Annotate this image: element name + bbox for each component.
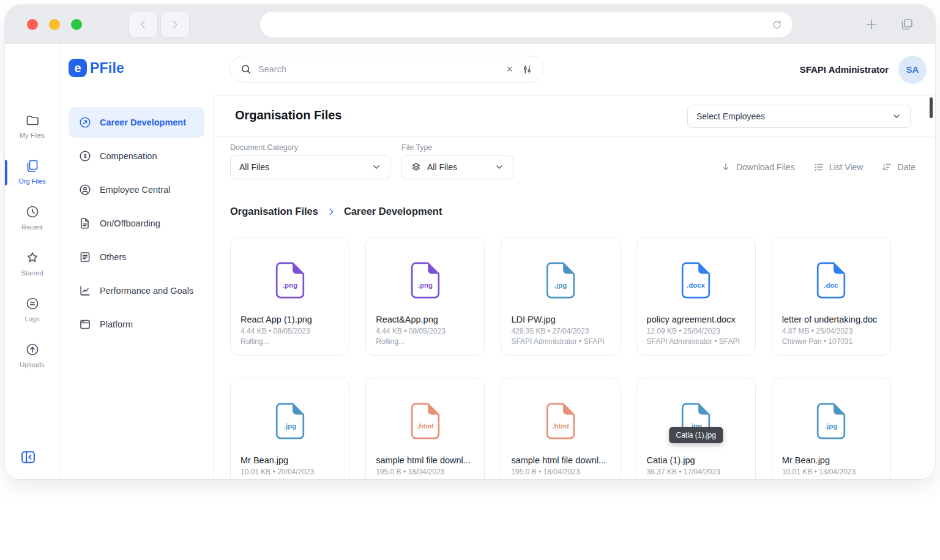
select-employees-value: Select Employees <box>696 111 765 121</box>
file-owner: Chinwe Pan • 107031 <box>782 337 881 346</box>
file-name: letter of undertaking.doc <box>782 315 881 324</box>
address-bar[interactable] <box>260 12 793 37</box>
chart-icon <box>78 284 92 297</box>
sidebar-item-career-development[interactable]: Career Development <box>69 107 204 138</box>
new-tab-icon[interactable] <box>864 17 879 32</box>
svg-text:.jpg: .jpg <box>283 422 296 430</box>
list-view-label: List View <box>829 162 864 172</box>
svg-text:$: $ <box>83 153 86 159</box>
file-card[interactable]: .jpg LDI PW.jpg 429.35 KB • 27/04/2023 S… <box>501 237 620 356</box>
logo-text: PFile <box>90 60 124 77</box>
breadcrumb-root[interactable]: Organisation Files <box>230 206 318 217</box>
file-meta: 10.01 KB • 13/04/2023 <box>782 468 881 476</box>
file-meta: 4.44 KB • 08/05/2023 <box>376 327 474 335</box>
svg-text:.docx: .docx <box>687 282 705 289</box>
rail-item-label: Recent <box>21 223 43 231</box>
sidebar-item-label: Employee Central <box>100 185 170 195</box>
sort-by-date-button[interactable]: Date <box>881 162 916 173</box>
file-name: sample html file downl... <box>511 455 610 465</box>
file-card[interactable]: .png React&App.png 4.44 KB • 08/05/2023 … <box>365 237 485 356</box>
svg-text:.html: .html <box>552 422 569 430</box>
file-card[interactable]: .html sample html file downl... 195.0 B … <box>501 378 620 479</box>
file-name: policy agreement.docx <box>647 315 745 324</box>
file-type-icon: .png <box>274 261 307 300</box>
document-category-dropdown[interactable]: All Files <box>230 155 390 179</box>
chevron-right-icon <box>326 206 337 217</box>
rail-item-label: Logs <box>25 315 40 323</box>
file-name: LDI PW.jpg <box>511 315 610 324</box>
select-employees-dropdown[interactable]: Select Employees <box>687 105 911 128</box>
trending-up-icon <box>78 116 92 129</box>
download-files-button[interactable]: Download Files <box>720 162 795 173</box>
browser-forward-button[interactable] <box>160 11 190 38</box>
layers-icon <box>411 162 422 173</box>
download-files-label: Download Files <box>736 162 795 172</box>
rail-item-recent[interactable]: Recent <box>5 204 59 250</box>
file-meta: 4.44 KB • 08/05/2023 <box>241 327 339 335</box>
svg-text:.doc: .doc <box>824 282 839 289</box>
file-meta: 36.37 KB • 17/04/2023 <box>647 468 745 476</box>
file-name: Catia (1).jpg <box>647 455 745 465</box>
file-type-dropdown[interactable]: All Files <box>401 155 513 179</box>
app-root: My Files Org Files Recent <box>5 44 935 479</box>
svg-text:.png: .png <box>283 282 297 289</box>
address-input[interactable] <box>270 20 771 29</box>
file-name: React App (1).png <box>241 315 339 324</box>
global-search[interactable]: × <box>229 56 543 83</box>
sidebar-item-label: Performance and Goals <box>100 286 193 296</box>
sidebar-item-onoffboarding[interactable]: On/Offboarding <box>69 208 204 239</box>
file-meta: 195.0 B • 18/04/2023 <box>376 468 474 476</box>
document-icon <box>78 217 92 230</box>
rail-item-logs[interactable]: Logs <box>5 296 59 342</box>
chevron-down-icon <box>494 162 504 172</box>
rail-item-org-files[interactable]: Org Files <box>5 159 59 204</box>
reload-icon[interactable] <box>771 19 783 31</box>
clear-search-icon[interactable]: × <box>506 64 513 75</box>
rail-item-label: My Files <box>20 132 45 139</box>
collapse-sidebar-icon[interactable] <box>20 449 37 466</box>
minimize-window-button[interactable] <box>49 19 60 30</box>
dollar-icon: $ <box>78 149 92 163</box>
sidebar-item-label: Compensation <box>100 151 157 161</box>
sidebar-item-label: Platform <box>100 319 133 329</box>
sidebar-item-label: Others <box>100 252 127 262</box>
search-filter-icon[interactable] <box>521 64 533 75</box>
file-meta: 4.87 MB • 25/04/2023 <box>782 327 881 335</box>
current-user-name: SFAPI Administrator <box>800 64 889 75</box>
file-name: Mr Bean.jpg <box>241 455 339 465</box>
file-card[interactable]: .jpg Mr Bean.jpg 10.01 KB • 13/04/2023 <box>772 378 891 479</box>
document-category-value: All Files <box>239 162 269 172</box>
file-card[interactable]: .docx policy agreement.docx 12.09 KB • 2… <box>636 237 756 356</box>
app-logo[interactable]: e PFile <box>69 59 124 77</box>
browser-chrome <box>5 5 935 44</box>
browser-back-button[interactable] <box>129 11 158 38</box>
sidebar-item-others[interactable]: Others <box>69 242 204 272</box>
file-card[interactable]: .doc letter of undertaking.doc 4.87 MB •… <box>772 237 891 356</box>
tab-overview-icon[interactable] <box>900 17 914 32</box>
zoom-window-button[interactable] <box>71 19 82 30</box>
sidebar-item-performance-and-goals[interactable]: Performance and Goals <box>69 275 204 306</box>
rail-item-uploads[interactable]: Uploads <box>5 342 59 388</box>
breadcrumb-current[interactable]: Career Development <box>344 206 442 217</box>
list-view-button[interactable]: List View <box>813 162 864 173</box>
rail-item-starred[interactable]: Starred <box>5 250 59 296</box>
file-card[interactable]: .jpg Mr Bean.jpg 10.01 KB • 20/04/2023 <box>230 378 349 479</box>
sidebar-item-compensation[interactable]: $ Compensation <box>69 141 204 171</box>
rail-item-my-files[interactable]: My Files <box>5 113 59 159</box>
file-type-icon: .png <box>409 261 442 300</box>
search-input[interactable] <box>258 64 500 74</box>
sidebar-item-platform[interactable]: Platform <box>69 309 204 340</box>
file-card[interactable]: .png React App (1).png 4.44 KB • 08/05/2… <box>230 237 349 356</box>
star-icon <box>25 250 40 265</box>
file-card[interactable]: .html sample html file downl... 195.0 B … <box>365 378 485 479</box>
svg-text:.png: .png <box>418 282 433 289</box>
close-window-button[interactable] <box>27 19 38 30</box>
person-icon <box>78 183 92 196</box>
sort-label: Date <box>897 162 916 172</box>
avatar[interactable]: SA <box>898 56 927 84</box>
chevron-right-icon <box>169 18 181 31</box>
sidebar-item-employee-central[interactable]: Employee Central <box>69 174 204 205</box>
file-card[interactable]: .jpg Catia (1).jpg Catia (1).jpg 36.37 K… <box>636 378 756 479</box>
breadcrumb: Organisation Files Career Development <box>230 206 442 217</box>
file-type-label: File Type <box>401 143 433 152</box>
